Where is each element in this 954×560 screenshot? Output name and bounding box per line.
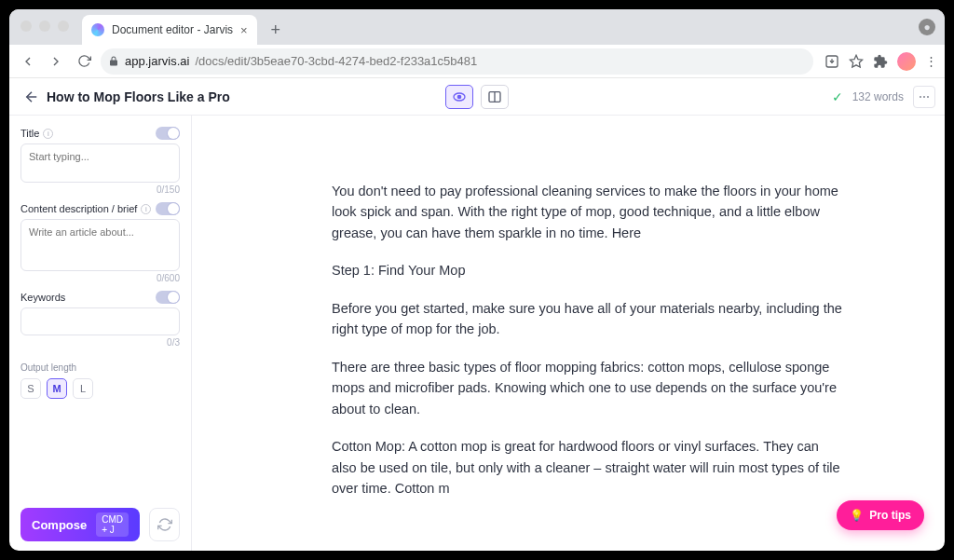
output-length-l[interactable]: L [73,378,93,399]
document-title[interactable]: How to Mop Floors Like a Pro [47,89,230,104]
app-back-button[interactable] [19,84,45,110]
brief-field-label: Content description / brief i [20,203,151,214]
title-counter: 0/150 [20,184,180,195]
tabbar-overflow-icon[interactable]: ● [919,19,935,35]
keywords-field-label: Keywords [20,292,65,303]
title-input[interactable] [20,143,180,183]
paragraph[interactable]: Before you get started, make sure you ha… [332,298,842,340]
new-tab-button[interactable]: + [263,17,289,43]
brief-toggle[interactable] [156,202,180,215]
paragraph[interactable]: You don't need to pay professional clean… [332,181,842,243]
profile-avatar[interactable] [897,52,916,71]
favicon-icon [91,23,104,36]
document-editor[interactable]: You don't need to pay professional clean… [192,116,945,551]
save-status-icon: ✓ [832,89,843,104]
brief-counter: 0/600 [20,273,180,283]
word-count: 132 words [852,90,904,103]
address-bar[interactable]: app.jarvis.ai/docs/edit/3b5eae70-3cbd-42… [101,48,813,75]
browser-tabbar: Document editor - Jarvis × + ● [9,9,945,45]
compose-shortcut: CMD + J [96,512,129,537]
nav-forward-button[interactable] [45,50,67,73]
nav-back-button[interactable] [17,50,39,73]
extensions-icon[interactable] [873,54,888,69]
output-length-m[interactable]: M [47,378,67,399]
keywords-input[interactable] [20,307,180,335]
pro-tips-button[interactable]: 💡 Pro tips [837,500,924,530]
output-length-label: Output length [20,362,180,373]
view-mode-split[interactable] [481,85,509,109]
window-controls[interactable] [20,20,69,32]
app-header: How to Mop Floors Like a Pro ✓ 132 words… [9,78,945,116]
info-icon[interactable]: i [141,204,151,214]
browser-toolbar: app.jarvis.ai/docs/edit/3b5eae70-3cbd-42… [9,45,945,78]
compose-button[interactable]: Compose CMD + J [20,508,140,541]
title-field-label: Title i [20,128,53,139]
brief-input[interactable] [20,219,180,271]
paragraph[interactable]: Cotton Mop: A cotton mop is great for ha… [332,436,842,499]
bookmark-star-icon[interactable] [849,54,864,69]
view-mode-focus[interactable] [445,85,473,109]
chrome-menu-icon[interactable]: ⋮ [925,54,937,68]
nav-reload-button[interactable] [73,50,95,73]
keywords-counter: 0/3 [20,337,180,348]
paragraph[interactable]: There are three basic types of floor mop… [332,357,842,419]
keywords-toggle[interactable] [156,291,180,304]
install-app-icon[interactable] [825,54,839,69]
info-icon[interactable]: i [43,129,53,139]
svg-marker-1 [850,55,862,67]
lightbulb-icon: 💡 [850,509,864,522]
output-length-s[interactable]: S [20,378,41,399]
regenerate-button[interactable] [149,508,180,541]
svg-point-4 [457,95,460,98]
doc-menu-button[interactable]: ⋯ [913,86,935,108]
tab-title: Document editor - Jarvis [112,23,233,36]
tab-close-icon[interactable]: × [240,23,248,37]
url-host: app.jarvis.ai [125,54,189,68]
sidebar: Title i 0/150 Content description / brie… [9,116,192,551]
url-path: /docs/edit/3b5eae70-3cbd-4274-bed2-f233a… [195,54,477,68]
paragraph[interactable]: Step 1: Find Your Mop [332,260,842,280]
lock-icon [108,56,119,67]
title-toggle[interactable] [156,127,180,140]
browser-tab-active[interactable]: Document editor - Jarvis × [82,15,257,45]
